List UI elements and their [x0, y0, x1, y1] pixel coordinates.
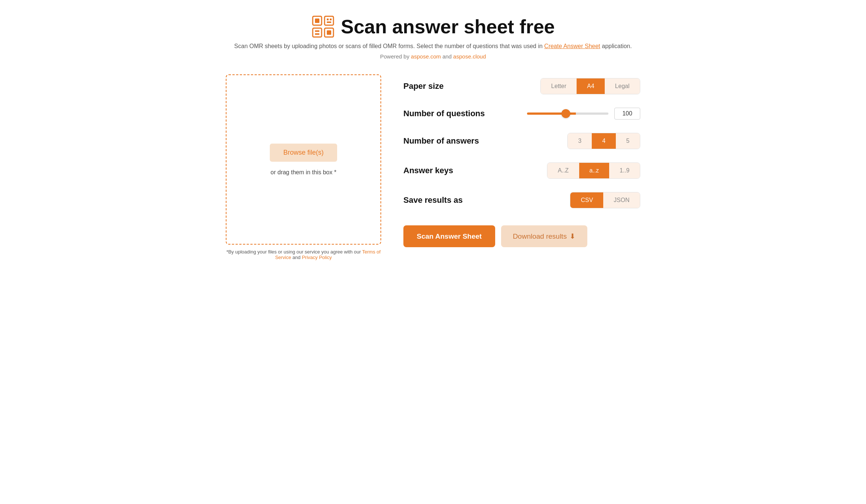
- answer-keys-row: Answer keys A..Z a..z 1..9: [403, 162, 640, 179]
- paper-size-letter[interactable]: Letter: [541, 78, 577, 94]
- download-icon: ⬇: [570, 232, 575, 241]
- answers-row: Number of answers 3 4 5: [403, 133, 640, 149]
- save-results-label: Save results as: [403, 195, 485, 205]
- paper-size-legal[interactable]: Legal: [605, 78, 640, 94]
- aspose-com-link[interactable]: aspose.com: [411, 53, 441, 60]
- header-subtitle: Scan OMR sheets by uploading photos or s…: [226, 43, 640, 50]
- drag-text: or drag them in this box *: [271, 169, 336, 176]
- scan-answer-sheet-button[interactable]: Scan Answer Sheet: [403, 225, 495, 247]
- svg-rect-2: [313, 28, 322, 37]
- svg-rect-9: [315, 33, 319, 35]
- questions-slider[interactable]: [527, 112, 608, 115]
- aspose-cloud-link[interactable]: aspose.cloud: [453, 53, 486, 60]
- answers-5[interactable]: 5: [616, 133, 640, 149]
- questions-row: Number of questions 100: [403, 108, 640, 120]
- answers-label: Number of answers: [403, 136, 485, 146]
- answer-keys-uppercase[interactable]: A..Z: [547, 163, 579, 178]
- omr-icon: [311, 15, 335, 38]
- download-results-button[interactable]: Download results ⬇: [501, 225, 588, 247]
- svg-rect-4: [315, 19, 319, 23]
- privacy-link[interactable]: Privacy Policy: [302, 255, 332, 260]
- paper-size-row: Paper size Letter A4 Legal: [403, 78, 640, 94]
- upload-note: *By uploading your files or using our se…: [226, 249, 381, 260]
- create-answer-sheet-link[interactable]: Create Answer Sheet: [544, 43, 600, 49]
- save-results-row: Save results as CSV JSON: [403, 192, 640, 208]
- svg-rect-7: [327, 21, 331, 23]
- drop-zone[interactable]: Browse file(s) or drag them in this box …: [226, 74, 381, 245]
- answer-keys-group: A..Z a..z 1..9: [547, 162, 640, 179]
- answers-4[interactable]: 4: [592, 133, 616, 149]
- save-json[interactable]: JSON: [603, 192, 640, 208]
- svg-rect-1: [325, 16, 333, 25]
- controls-section: Paper size Letter A4 Legal Number of que…: [403, 74, 640, 247]
- powered-by: Powered by aspose.com and aspose.cloud: [226, 53, 640, 60]
- answers-3[interactable]: 3: [568, 133, 592, 149]
- questions-value-display: 100: [614, 108, 640, 120]
- save-format-group: CSV JSON: [570, 192, 640, 208]
- answer-keys-lowercase[interactable]: a..z: [579, 163, 610, 178]
- svg-rect-5: [327, 19, 329, 20]
- paper-size-label: Paper size: [403, 81, 485, 91]
- page-title: Scan answer sheet free: [341, 16, 555, 38]
- svg-rect-8: [315, 30, 319, 32]
- download-results-label: Download results: [513, 232, 567, 241]
- answer-keys-label: Answer keys: [403, 166, 485, 175]
- paper-size-group: Letter A4 Legal: [540, 78, 640, 94]
- answer-keys-numeric[interactable]: 1..9: [609, 163, 640, 178]
- paper-size-a4[interactable]: A4: [577, 78, 605, 94]
- main-content: Browse file(s) or drag them in this box …: [226, 74, 640, 260]
- questions-slider-container: 100: [527, 108, 640, 120]
- browse-files-button[interactable]: Browse file(s): [270, 144, 337, 162]
- upload-section: Browse file(s) or drag them in this box …: [226, 74, 381, 260]
- save-csv[interactable]: CSV: [570, 192, 603, 208]
- page-header: Scan answer sheet free Scan OMR sheets b…: [226, 15, 640, 60]
- questions-label: Number of questions: [403, 109, 485, 118]
- svg-rect-10: [327, 30, 331, 35]
- svg-rect-6: [330, 19, 332, 20]
- answers-group: 3 4 5: [567, 133, 640, 149]
- action-row: Scan Answer Sheet Download results ⬇: [403, 225, 640, 247]
